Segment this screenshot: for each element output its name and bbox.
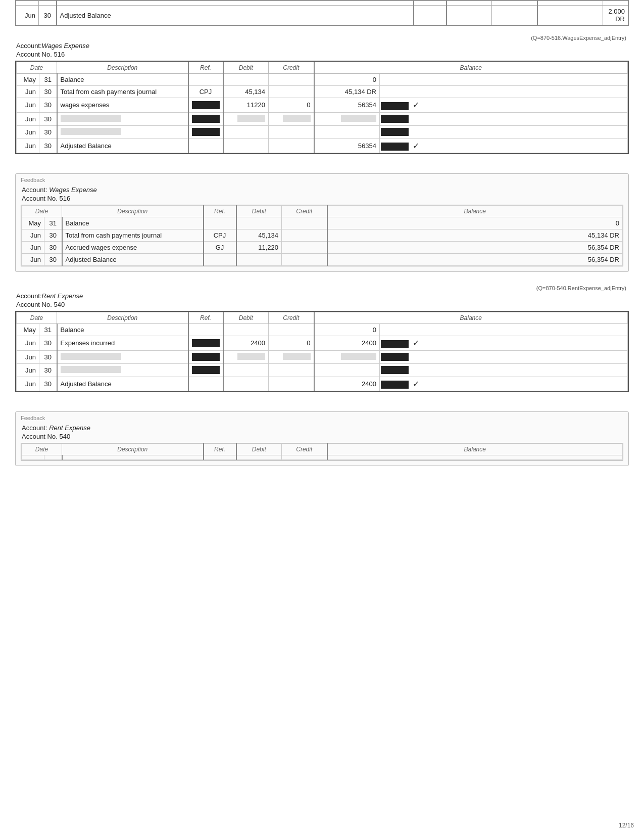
col-debit: Debit [236, 444, 282, 455]
col-debit: Debit [236, 206, 282, 217]
col-header-ref: Ref. [188, 62, 223, 74]
rent-row-1: May 31 Balance 0 [17, 324, 628, 336]
col-balance: Balance [327, 444, 623, 455]
balance-block [381, 102, 409, 110]
wages-student-ledger: Date Description Ref. Debit Credit Balan… [15, 61, 629, 154]
wages-fb-account-no: Account No. 516 [21, 195, 623, 202]
col-credit: Credit [282, 444, 327, 455]
ref-block [192, 366, 220, 374]
col-header-desc: Description [57, 312, 188, 324]
col-header-ref: Ref. [188, 312, 223, 324]
wages-answer-ledger: Date Description Ref. Debit Credit Balan… [21, 205, 623, 266]
ref-block [192, 339, 220, 347]
wages-account-no: Account No. 516 [15, 51, 629, 58]
wages-feedback-box: Feedback Account: Wages Expense Account … [15, 173, 629, 272]
col-ref: Ref. [204, 444, 236, 455]
rent-answer-ledger: Date Description Ref. Debit Credit Balan… [21, 443, 623, 460]
balance-block [381, 115, 409, 123]
wages-account-label: Account: [16, 42, 42, 50]
rent-feedback-label: Feedback [21, 415, 623, 421]
wages-row-3: Jun 30 wages expenses 11220 0 56354 ✓ [17, 98, 628, 113]
page-number: 12/16 [619, 822, 634, 829]
wages-row-4: Jun 30 [17, 112, 628, 125]
col-date: Date [22, 444, 62, 455]
rent-account-no: Account No. 540 [15, 301, 629, 308]
col-credit: Credit [282, 206, 327, 217]
balance-block [381, 340, 409, 348]
col-desc: Description [62, 206, 204, 217]
wages-row-6: Jun 30 Adjusted Balance 56354 ✓ [17, 138, 628, 153]
wages-account-name: Wages Expense [42, 42, 89, 50]
col-header-desc: Description [57, 62, 188, 74]
rent-student-ledger: Date Description Ref. Debit Credit Balan… [15, 311, 629, 392]
col-desc: Description [62, 444, 204, 455]
ref-block [192, 353, 220, 361]
col-ref: Ref. [204, 206, 236, 217]
wages-feedback-label: Feedback [21, 177, 623, 183]
col-header-balance: Balance [314, 312, 628, 324]
rent-feedback-box: Feedback Account: Rent Expense Account N… [15, 411, 629, 466]
ref-block [192, 128, 220, 136]
check-icon: ✓ [413, 142, 419, 150]
col-header-balance: Balance [314, 62, 628, 74]
col-date: Date [22, 206, 62, 217]
top-desc: Adjusted Balance [57, 6, 414, 25]
balance-block [381, 143, 409, 151]
rent-fb-account-label: Account: [22, 424, 49, 432]
top-balance: 2,000 DR [603, 6, 628, 25]
wages-fb-row-3: Jun 30 Accrued wages expense GJ 11,220 5… [22, 242, 623, 254]
ref-block [192, 101, 220, 109]
top-day: 30 [39, 6, 57, 25]
col-header-debit: Debit [223, 312, 269, 324]
top-month: Jun [16, 6, 39, 25]
rent-row-3: Jun 30 [17, 350, 628, 363]
balance-block [381, 128, 409, 136]
rent-fb-account-no: Account No. 540 [21, 433, 623, 440]
wages-fb-account-name: Wages Expense [49, 186, 96, 194]
rent-row-2: Jun 30 Expenses incurred 2400 0 2400 ✓ [17, 336, 628, 351]
rent-section-student: (Q=870-540.RentExpense_adjEntry) Account… [15, 285, 629, 392]
top-ledger: Jun 30 Adjusted Balance 2,000 DR [15, 0, 629, 26]
check-icon: ✓ [413, 380, 419, 388]
balance-block [381, 381, 409, 389]
col-header-date: Date [17, 62, 57, 74]
rent-fb-row-1 [22, 455, 623, 460]
col-header-credit: Credit [269, 62, 314, 74]
col-header-credit: Credit [269, 312, 314, 324]
wages-fb-row-2: Jun 30 Total from cash payments journal … [22, 229, 623, 242]
balance-block [381, 353, 409, 361]
rent-row-5: Jun 30 Adjusted Balance 2400 ✓ [17, 377, 628, 391]
wages-fb-row-4: Jun 30 Adjusted Balance 56,354 DR [22, 254, 623, 266]
ref-block [192, 115, 220, 123]
balance-block [381, 366, 409, 374]
check-icon: ✓ [413, 101, 419, 109]
col-header-date: Date [17, 312, 57, 324]
top-adjusted-balance-row: Jun 30 Adjusted Balance 2,000 DR [16, 6, 628, 25]
wages-row-1: May 31 Balance 0 [17, 74, 628, 86]
rent-row-4: Jun 30 [17, 363, 628, 377]
rent-account-label: Account: [16, 292, 42, 300]
wages-query-ref: (Q=870-516.WagesExpense_adjEntry) [15, 35, 629, 41]
wages-section-student: (Q=870-516.WagesExpense_adjEntry) Accoun… [15, 35, 629, 154]
rent-query-ref: (Q=870-540.RentExpense_adjEntry) [15, 285, 629, 291]
rent-fb-account-name: Rent Expense [49, 424, 90, 432]
rent-account-name: Rent Expense [42, 292, 83, 300]
wages-row-5: Jun 30 [17, 125, 628, 138]
wages-fb-account-label: Account: [22, 186, 49, 194]
wages-fb-row-1: May 31 Balance 0 [22, 217, 623, 229]
col-balance: Balance [327, 206, 623, 217]
check-icon: ✓ [413, 339, 419, 347]
col-header-debit: Debit [223, 62, 269, 74]
wages-row-2: Jun 30 Total from cash payments journal … [17, 86, 628, 98]
